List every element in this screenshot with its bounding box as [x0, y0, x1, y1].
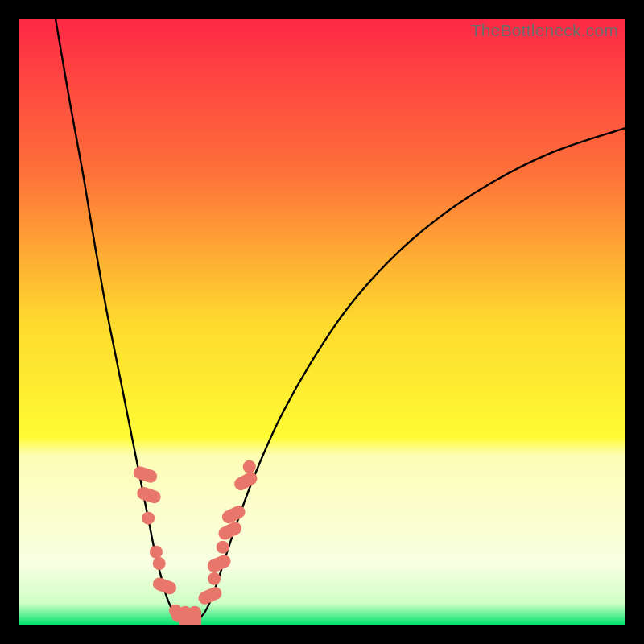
- marker-dot: [217, 541, 229, 554]
- chart-frame: TheBottleneck.com: [19, 19, 625, 625]
- marker-dot: [150, 546, 163, 559]
- marker-dot: [153, 557, 166, 570]
- watermark-text: TheBottleneck.com: [471, 21, 618, 40]
- bottleneck-chart: [19, 19, 625, 625]
- marker-capsule: [188, 606, 201, 625]
- marker-dot: [142, 512, 155, 525]
- plot-background: [19, 19, 625, 625]
- marker-dot: [243, 460, 256, 473]
- marker-dot: [208, 572, 221, 585]
